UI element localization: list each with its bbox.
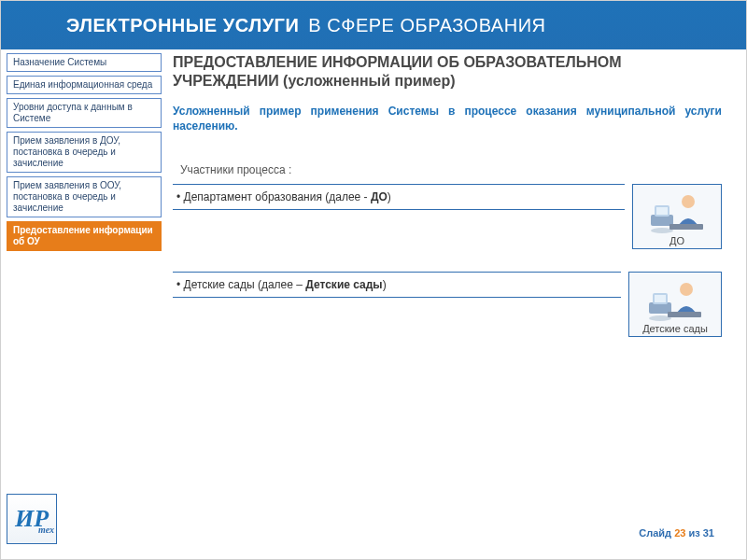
sidebar-item-label: Прием заявления в ДОУ, постановка в очер…	[13, 135, 120, 168]
participant-caption: ДО	[669, 235, 684, 246]
intro-text: Усложненный пример применения Системы в …	[173, 104, 722, 133]
participant-card: Детские сады	[628, 272, 722, 337]
sidebar-item-label: Уровни доступа к данным в Системе	[13, 102, 133, 123]
slide-counter: Слайд 23 из 31	[639, 527, 714, 539]
sidebar-item-environment[interactable]: Единая информационная среда	[7, 76, 162, 94]
participant-text-prefix: • Детские сады (далее –	[176, 278, 305, 291]
sidebar-item-dou[interactable]: Прием заявления в ДОУ, постановка в очер…	[7, 132, 162, 173]
participant-card: ДО	[632, 184, 722, 249]
svg-point-4	[682, 195, 695, 208]
sidebar-item-label: Единая информационная среда	[13, 79, 152, 90]
slide-counter-current: 23	[674, 527, 685, 539]
sidebar-item-purpose[interactable]: Назначение Системы	[7, 53, 162, 72]
participant-text-bold: ДО	[371, 190, 388, 203]
participant-row: • Детские сады (далее – Детские сады) Де…	[173, 272, 722, 337]
title-bar: ЭЛЕКТРОННЫЕ УСЛУГИ В СФЕРЕ ОБРАЗОВАНИЯ	[1, 1, 746, 49]
svg-rect-11	[668, 312, 701, 317]
participant-text: • Департамент образования (далее - ДО)	[173, 184, 625, 210]
sidebar: Назначение Системы Единая информационная…	[7, 53, 162, 251]
page-title-line2: УЧРЕЖДЕНИИ (усложненный пример)	[173, 73, 456, 89]
logo-sub: тех	[38, 525, 54, 535]
participant-text-bold: Детские сады	[305, 278, 382, 291]
svg-rect-5	[669, 224, 703, 230]
slide-counter-total: 31	[703, 527, 714, 539]
svg-point-10	[680, 283, 693, 296]
title-strong: ЭЛЕКТРОННЫЕ УСЛУГИ	[66, 15, 299, 36]
slide-counter-of: из	[685, 527, 702, 539]
sidebar-item-access-levels[interactable]: Уровни доступа к данным в Системе	[7, 98, 162, 128]
sidebar-item-oou[interactable]: Прием заявления в ООУ, постановка в очер…	[7, 176, 162, 217]
participant-caption: Детские сады	[642, 323, 708, 334]
footer-logo: ИР тех	[7, 494, 57, 544]
participants-label: Участники процесса :	[173, 163, 722, 176]
participant-text-suffix: )	[383, 278, 387, 291]
page-title: ПРЕДОСТАВЛЕНИЕ ИНФОРМАЦИИ ОБ ОБРАЗОВАТЕЛ…	[173, 53, 722, 91]
participant-text-suffix: )	[388, 190, 391, 203]
participant-row: • Департамент образования (далее - ДО) Д…	[173, 184, 722, 249]
logo-mark: ИР тех	[15, 505, 49, 533]
main-content: ПРЕДОСТАВЛЕНИЕ ИНФОРМАЦИИ ОБ ОБРАЗОВАТЕЛ…	[173, 53, 722, 522]
svg-rect-9	[655, 295, 666, 302]
person-desk-icon	[649, 189, 705, 233]
sidebar-item-label: Предоставление информации об ОУ	[13, 225, 153, 246]
svg-rect-3	[656, 207, 668, 215]
slide-counter-prefix: Слайд	[639, 527, 674, 539]
person-desk-icon	[647, 276, 703, 321]
title-light: В СФЕРЕ ОБРАЗОВАНИЯ	[308, 15, 545, 36]
sidebar-item-info-ou[interactable]: Предоставление информации об ОУ	[7, 221, 162, 251]
participant-text-prefix: • Департамент образования (далее -	[176, 190, 371, 203]
sidebar-item-label: Назначение Системы	[13, 57, 106, 67]
participant-text: • Детские сады (далее – Детские сады)	[173, 272, 621, 298]
page-title-line1: ПРЕДОСТАВЛЕНИЕ ИНФОРМАЦИИ ОБ ОБРАЗОВАТЕЛ…	[173, 54, 621, 70]
sidebar-item-label: Прием заявления в ООУ, постановка в очер…	[13, 180, 121, 213]
